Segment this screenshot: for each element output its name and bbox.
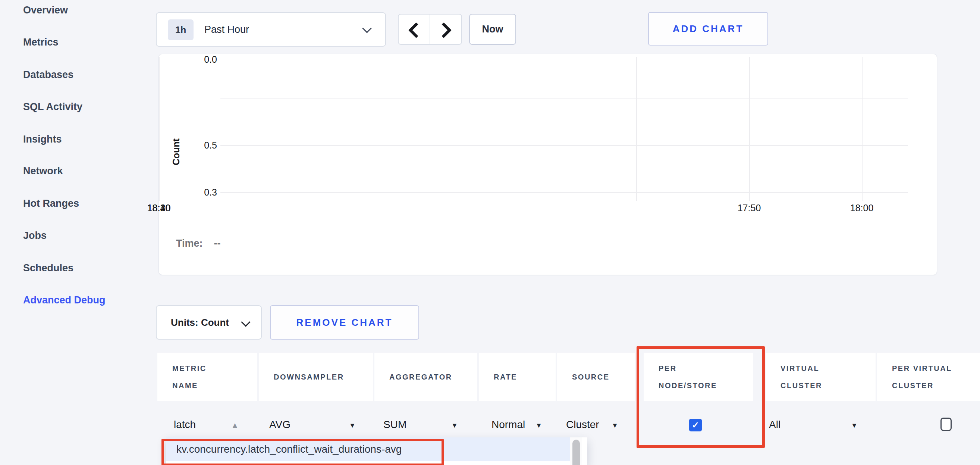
column-header-label: METRIC NAME <box>172 360 213 394</box>
gridline-vertical <box>749 57 750 201</box>
x-tick-label: 17:50 <box>719 203 779 214</box>
caret-down-icon[interactable]: ▼ <box>612 422 618 430</box>
caret-down-icon[interactable]: ▼ <box>349 422 356 430</box>
time-range-dropdown[interactable]: 1h Past Hour <box>156 12 386 46</box>
caret-down-icon[interactable]: ▼ <box>536 422 542 430</box>
metric-name-input[interactable]: latch <box>174 419 196 431</box>
column-header-label: SOURCE <box>572 368 610 385</box>
chevron-left-icon <box>408 22 424 38</box>
column-header-aggregator: AGGREGATOR <box>374 353 477 401</box>
y-tick-label: 0.0 <box>185 54 217 65</box>
gridline-vertical <box>159 57 160 201</box>
time-range-badge: 1h <box>168 19 194 40</box>
chevron-down-icon <box>362 24 371 33</box>
column-header-label: VIRTUAL CLUSTER <box>781 360 835 394</box>
rate-select[interactable]: Normal <box>492 419 525 431</box>
checkmark-icon: ✓ <box>692 420 699 430</box>
remove-chart-button[interactable]: REMOVE CHART <box>270 305 419 340</box>
x-tick-label: 18:00 <box>832 203 892 214</box>
advanced-debug-custom-chart-page: Overview Metrics Databases SQL Activity … <box>0 0 980 465</box>
gridline-vertical <box>862 57 862 201</box>
column-header-per-virtual-cluster: PER VIRTUAL CLUSTER <box>877 353 980 401</box>
next-range-button[interactable] <box>430 14 462 45</box>
virtual-cluster-select[interactable]: All <box>769 419 781 431</box>
hover-time-value: -- <box>214 238 221 249</box>
chevron-right-icon <box>436 22 452 38</box>
column-header-label: PER NODE/STORE <box>659 360 720 394</box>
column-header-label: RATE <box>494 368 517 385</box>
sidebar-item-network[interactable]: Network <box>23 165 63 177</box>
per-node-store-checkbox[interactable]: ✓ <box>689 419 702 431</box>
metric-suggestion-item[interactable]: kv.concurrency.latch_conflict_wait_durat… <box>166 437 570 461</box>
x-tick-label: 18:40 <box>129 203 189 214</box>
y-tick-label: 0.5 <box>185 140 217 151</box>
gridline-vertical <box>636 57 637 201</box>
gridline-horizontal <box>220 145 908 146</box>
column-header-label: AGGREGATOR <box>389 368 452 385</box>
gridline-horizontal <box>220 98 908 99</box>
column-header-rate: RATE <box>479 353 556 401</box>
caret-down-icon[interactable]: ▼ <box>851 422 858 430</box>
custom-chart-card: Count 0.5 0.3 0.0 17:50 18:00 18:10 18:2… <box>159 54 937 275</box>
gridline-horizontal <box>220 192 908 193</box>
sidebar-item-insights[interactable]: Insights <box>23 134 62 145</box>
hover-time-readout: Time:-- <box>176 238 221 249</box>
column-header-per-node-store: PER NODE/STORE <box>644 353 753 401</box>
sidebar-item-overview[interactable]: Overview <box>23 5 68 16</box>
hover-time-label: Time: <box>176 238 203 249</box>
caret-up-icon: ▲ <box>231 421 239 430</box>
y-axis-label: Count <box>171 139 181 165</box>
dropdown-scrollbar[interactable] <box>570 437 582 465</box>
chevron-down-icon <box>241 317 250 326</box>
units-dropdown[interactable]: Units: Count <box>156 305 262 340</box>
sidebar-item-advanced-debug[interactable]: Advanced Debug <box>23 294 105 306</box>
units-dropdown-label: Units: Count <box>171 306 229 339</box>
previous-range-button[interactable] <box>398 14 430 45</box>
sidebar-item-schedules[interactable]: Schedules <box>23 262 73 274</box>
per-virtual-cluster-checkbox[interactable] <box>940 418 952 431</box>
time-range-label: Past Hour <box>204 13 249 46</box>
sidebar-item-jobs[interactable]: Jobs <box>23 230 47 241</box>
caret-down-icon[interactable]: ▼ <box>451 422 458 430</box>
column-header-source: SOURCE <box>557 353 635 401</box>
add-chart-button[interactable]: ADD CHART <box>648 12 768 46</box>
y-tick-label: 0.3 <box>185 187 217 198</box>
sidebar-item-databases[interactable]: Databases <box>23 69 73 81</box>
column-header-virtual-cluster: VIRTUAL CLUSTER <box>765 353 876 401</box>
column-header-metric-name: METRIC NAME <box>158 353 257 401</box>
downsampler-select[interactable]: AVG <box>269 419 291 431</box>
column-header-downsampler: DOWNSAMPLER <box>259 353 373 401</box>
source-select[interactable]: Cluster <box>566 419 599 431</box>
sidebar-item-metrics[interactable]: Metrics <box>23 37 59 48</box>
column-header-label: PER VIRTUAL CLUSTER <box>892 360 959 394</box>
sidebar-item-hot-ranges[interactable]: Hot Ranges <box>23 198 79 209</box>
now-button[interactable]: Now <box>469 14 516 45</box>
sidebar-item-sql-activity[interactable]: SQL Activity <box>23 101 83 113</box>
aggregator-select[interactable]: SUM <box>383 419 406 431</box>
metric-suggestion-dropdown: kv.concurrency.latch_conflict_wait_durat… <box>166 437 587 465</box>
column-header-label: DOWNSAMPLER <box>274 368 344 385</box>
scrollbar-thumb[interactable] <box>573 439 580 465</box>
